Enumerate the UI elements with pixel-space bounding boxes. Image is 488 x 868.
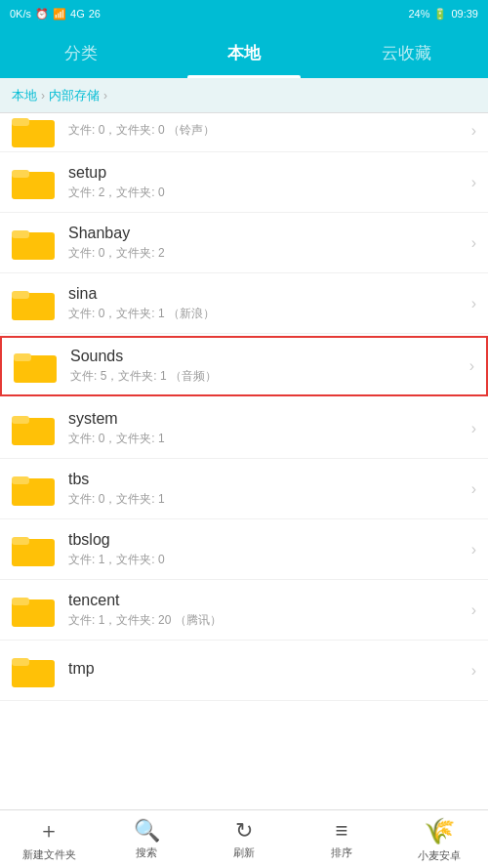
folder-icon-sina bbox=[12, 285, 55, 322]
file-item-shanbay[interactable]: Shanbay 文件: 0，文件夹: 2 › bbox=[0, 213, 488, 273]
folder-icon-tmp bbox=[12, 652, 55, 689]
svg-rect-19 bbox=[12, 658, 29, 666]
sort-icon: ≡ bbox=[336, 818, 348, 844]
file-meta-sina: 文件: 0，文件夹: 1 （新浪） bbox=[68, 306, 464, 322]
signal-26: 26 bbox=[89, 8, 101, 20]
svg-rect-7 bbox=[12, 291, 29, 299]
file-meta-system: 文件: 0，文件夹: 1 bbox=[68, 431, 464, 447]
file-name-system: system bbox=[68, 410, 464, 428]
file-meta-tencent: 文件: 1，文件夹: 20 （腾讯） bbox=[68, 612, 464, 629]
file-list: 文件: 0，文件夹: 0 （铃声） › setup 文件: 2，文件夹: 0 ›… bbox=[0, 113, 488, 809]
battery-icon: 🔋 bbox=[433, 8, 447, 21]
bottom-new-folder[interactable]: ＋ 新建文件夹 bbox=[0, 816, 98, 862]
svg-rect-3 bbox=[12, 170, 29, 178]
chevron-icon-sounds: › bbox=[469, 357, 474, 375]
file-item-sounds[interactable]: Sounds 文件: 5，文件夹: 1 （音频） › bbox=[0, 336, 488, 396]
new-folder-label: 新建文件夹 bbox=[22, 847, 76, 862]
refresh-icon: ↻ bbox=[235, 818, 253, 844]
file-meta-tbslog: 文件: 1，文件夹: 0 bbox=[68, 552, 464, 568]
status-left: 0K/s ⏰ 📶 4G 26 bbox=[10, 8, 101, 21]
folder-icon-tencent bbox=[12, 592, 55, 629]
file-info-setup: setup 文件: 2，文件夹: 0 bbox=[68, 164, 464, 201]
plus-icon: ＋ bbox=[38, 816, 60, 846]
signal-4g: 4G bbox=[70, 8, 85, 20]
bottom-refresh[interactable]: ↻ 刷新 bbox=[195, 818, 293, 860]
chevron-icon-tbslog: › bbox=[471, 541, 476, 558]
file-name-setup: setup bbox=[68, 164, 464, 182]
search-icon: 🔍 bbox=[134, 818, 160, 844]
chevron-icon-tmp: › bbox=[471, 662, 476, 680]
sort-label: 排序 bbox=[331, 846, 352, 860]
file-info-sina: sina 文件: 0，文件夹: 1 （新浪） bbox=[68, 285, 464, 322]
battery-percent: 24% bbox=[408, 8, 429, 20]
file-item-sina[interactable]: sina 文件: 0，文件夹: 1 （新浪） › bbox=[0, 273, 488, 334]
breadcrumb-item-0[interactable]: 本地 bbox=[12, 87, 37, 104]
tab-bendi[interactable]: 本地 bbox=[163, 27, 326, 78]
partial-file-info: 文件: 0，文件夹: 0 （铃声） bbox=[68, 122, 464, 139]
chevron-icon-shanbay: › bbox=[471, 234, 476, 252]
chevron-icon-sina: › bbox=[471, 295, 476, 312]
file-name-tencent: tencent bbox=[68, 592, 464, 609]
status-right: 24% 🔋 09:39 bbox=[408, 8, 478, 21]
tab-yunshoucan[interactable]: 云收藏 bbox=[325, 27, 488, 78]
chevron-icon-tencent: › bbox=[471, 601, 476, 619]
time-display: 09:39 bbox=[451, 8, 478, 20]
chevron-icon-system: › bbox=[471, 420, 476, 437]
file-meta-setup: 文件: 2，文件夹: 0 bbox=[68, 185, 464, 201]
file-info-system: system 文件: 0，文件夹: 1 bbox=[68, 410, 464, 447]
tab-bar: 分类 本地 云收藏 bbox=[0, 27, 488, 78]
bottom-bar: ＋ 新建文件夹 🔍 搜索 ↻ 刷新 ≡ 排序 🌾 小麦安卓 bbox=[0, 809, 488, 868]
file-item-tencent[interactable]: tencent 文件: 1，文件夹: 20 （腾讯） › bbox=[0, 580, 488, 641]
file-name-tbs: tbs bbox=[68, 471, 464, 488]
svg-rect-5 bbox=[12, 230, 29, 238]
folder-icon-sounds bbox=[14, 348, 57, 385]
bottom-sort[interactable]: ≡ 排序 bbox=[293, 818, 390, 860]
folder-icon-partial bbox=[12, 113, 55, 149]
file-info-shanbay: Shanbay 文件: 0，文件夹: 2 bbox=[68, 225, 464, 262]
file-info-tmp: tmp bbox=[68, 660, 464, 681]
chevron-icon-setup: › bbox=[471, 174, 476, 191]
file-info-tbslog: tbslog 文件: 1，文件夹: 0 bbox=[68, 531, 464, 568]
file-name-sounds: Sounds bbox=[70, 348, 462, 365]
file-info-tencent: tencent 文件: 1，文件夹: 20 （腾讯） bbox=[68, 592, 464, 629]
search-label: 搜索 bbox=[136, 846, 157, 860]
file-item-setup[interactable]: setup 文件: 2，文件夹: 0 › bbox=[0, 152, 488, 213]
folder-icon-tbslog bbox=[12, 531, 55, 568]
breadcrumb: 本地 › 内部存储 › bbox=[0, 78, 488, 113]
clock-icon: ⏰ bbox=[35, 8, 49, 21]
folder-icon-system bbox=[12, 410, 55, 447]
file-name-tbslog: tbslog bbox=[68, 531, 464, 549]
file-name-shanbay: Shanbay bbox=[68, 225, 464, 242]
file-info-tbs: tbs 文件: 0，文件夹: 1 bbox=[68, 471, 464, 508]
brand-icon: 🌾 bbox=[424, 816, 455, 847]
svg-rect-13 bbox=[12, 476, 29, 484]
svg-rect-9 bbox=[14, 353, 31, 361]
bottom-search[interactable]: 🔍 搜索 bbox=[98, 818, 195, 860]
breadcrumb-item-1[interactable]: 内部存储 bbox=[49, 87, 100, 104]
chevron-icon-tbs: › bbox=[471, 480, 476, 498]
bottom-brand[interactable]: 🌾 小麦安卓 bbox=[390, 816, 488, 863]
svg-rect-11 bbox=[12, 416, 29, 424]
svg-rect-15 bbox=[12, 537, 29, 545]
file-name-tmp: tmp bbox=[68, 660, 464, 678]
file-name-sina: sina bbox=[68, 285, 464, 303]
svg-rect-1 bbox=[12, 118, 29, 126]
partial-file-item[interactable]: 文件: 0，文件夹: 0 （铃声） › bbox=[0, 113, 488, 152]
breadcrumb-sep-1: › bbox=[103, 89, 107, 103]
tab-fenlei[interactable]: 分类 bbox=[0, 27, 163, 78]
file-item-tmp[interactable]: tmp › bbox=[0, 641, 488, 701]
chevron-icon-partial: › bbox=[471, 122, 476, 140]
file-item-system[interactable]: system 文件: 0，文件夹: 1 › bbox=[0, 398, 488, 459]
breadcrumb-sep-0: › bbox=[41, 89, 45, 103]
brand-label: 小麦安卓 bbox=[418, 848, 461, 863]
file-item-tbs[interactable]: tbs 文件: 0，文件夹: 1 › bbox=[0, 459, 488, 519]
folder-icon-setup bbox=[12, 164, 55, 201]
file-item-tbslog[interactable]: tbslog 文件: 1，文件夹: 0 › bbox=[0, 519, 488, 580]
file-info-sounds: Sounds 文件: 5，文件夹: 1 （音频） bbox=[70, 348, 462, 385]
folder-icon-shanbay bbox=[12, 225, 55, 262]
network-speed: 0K/s bbox=[10, 8, 31, 20]
file-meta-tbs: 文件: 0，文件夹: 1 bbox=[68, 491, 464, 508]
file-meta-sounds: 文件: 5，文件夹: 1 （音频） bbox=[70, 368, 462, 385]
wifi-icon: 📶 bbox=[53, 8, 66, 21]
svg-rect-17 bbox=[12, 598, 29, 605]
